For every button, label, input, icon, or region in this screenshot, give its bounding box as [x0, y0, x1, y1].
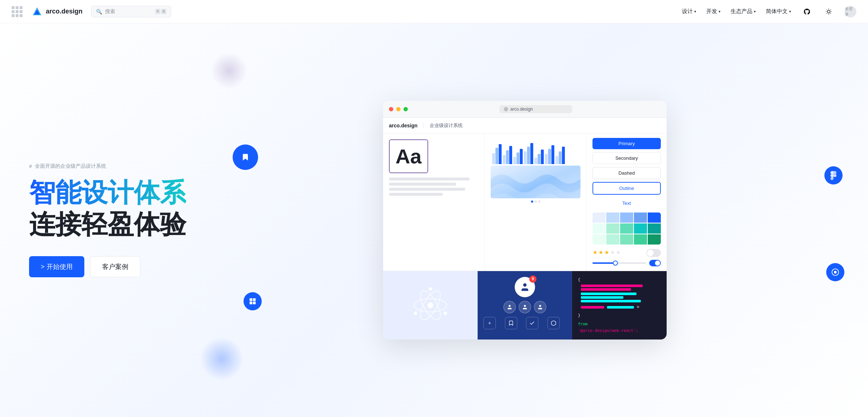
svg-rect-10 [253, 298, 256, 301]
color-cell [648, 234, 661, 245]
code-block: { » [578, 277, 661, 334]
cases-button[interactable]: 客户案例 [90, 256, 140, 277]
small-avatar [519, 301, 531, 313]
bar [495, 148, 498, 164]
bar [562, 147, 565, 164]
chevron-down-icon: ▾ [754, 9, 756, 13]
nav-right: 设计 ▾ 开发 ▾ 生态产品 ▾ 简体中文 ▾ [682, 6, 856, 17]
user-avatar[interactable]: 未登录 [845, 6, 856, 17]
demo-card: arco.design arco.design 企业级设计系统 Aa [383, 101, 667, 340]
svg-point-0 [827, 10, 830, 13]
chevron-down-icon: ▾ [789, 9, 791, 13]
demo-btn-primary[interactable]: Primary [592, 138, 661, 149]
demo-btn-secondary[interactable]: Secondary [592, 152, 661, 164]
star-3[interactable]: ★ [604, 249, 609, 257]
search-box[interactable]: 🔍 搜索 ⌘ K [91, 6, 171, 17]
bar [517, 152, 519, 164]
users-panel: 9 [478, 271, 572, 340]
start-button[interactable]: > 开始使用 [29, 256, 84, 277]
check-icon [529, 320, 535, 326]
code-import-path: '@arco-design/web-react'; [578, 327, 661, 334]
skeleton-lines [389, 178, 479, 196]
svg-point-26 [524, 305, 526, 307]
mini-toggle[interactable] [649, 260, 661, 266]
user-main-icon [520, 282, 530, 292]
dot [538, 200, 541, 203]
traffic-light-red [389, 107, 393, 111]
traffic-light-green [403, 107, 408, 111]
color-cell [592, 213, 606, 223]
logo-text: arco.design [46, 8, 83, 15]
code-bars [581, 285, 658, 302]
code-import: from '@arco-design/web-react'; [578, 321, 661, 334]
bar-chart [491, 139, 580, 166]
nav-menu-ecosystem[interactable]: 生态产品 ▾ [731, 8, 756, 15]
hash-icon: # [29, 163, 32, 169]
star-2[interactable]: ★ [598, 249, 603, 257]
skeleton-line [389, 188, 465, 191]
github-icon-button[interactable] [801, 6, 813, 17]
code-arrows: » [581, 304, 658, 311]
logo-icon [31, 6, 43, 17]
bar [530, 143, 533, 164]
glow-decoration-2 [200, 337, 244, 381]
bar-group [534, 150, 544, 164]
bar-group [555, 147, 565, 164]
bar [551, 145, 554, 164]
bar [527, 147, 530, 164]
search-placeholder: 搜索 [105, 8, 152, 15]
demo-titlebar: arco.design [383, 101, 667, 118]
nav-menu-design[interactable]: 设计 ▾ [682, 8, 696, 15]
svg-rect-12 [253, 302, 256, 305]
nav-menu-lang[interactable]: 简体中文 ▾ [766, 8, 791, 15]
bar [509, 146, 512, 164]
slider-track [592, 262, 646, 264]
code-bar-teal [581, 296, 623, 299]
kbd-cmd: ⌘ [155, 9, 161, 14]
search-icon: 🔍 [96, 9, 102, 15]
glow-decoration [211, 52, 247, 89]
theme-toggle-button[interactable] [823, 6, 835, 17]
svg-line-3 [827, 9, 827, 10]
demo-col-mid [485, 134, 587, 271]
skeleton-line [389, 193, 443, 196]
bar [541, 150, 544, 164]
demo-col-left: Aa [383, 134, 485, 271]
code-brace-open: { [578, 277, 580, 283]
bar-group [524, 143, 533, 164]
hero-left: # 全面开源的企业级产品设计系统 智能设计体系 连接轻盈体验 > 开始使用 客户… [29, 163, 211, 277]
float-icon-3 [824, 166, 843, 184]
kbd-k: K [161, 9, 166, 14]
slider-thumb[interactable] [613, 261, 618, 266]
star-4[interactable]: ★ [610, 249, 615, 257]
figma-icon [828, 170, 839, 180]
notification-badge: 9 [529, 275, 537, 283]
logo[interactable]: arco.design [31, 6, 83, 17]
icon-cell [547, 317, 560, 329]
code-line: { [578, 277, 661, 283]
code-bar-pink [581, 285, 643, 287]
demo-btn-outline[interactable]: Outline [592, 182, 661, 195]
atom-svg [410, 285, 450, 325]
hero-title-line2: 连接轻盈体验 [29, 210, 211, 239]
button-panel: Primary Secondary Dashed Outline Text [592, 138, 661, 209]
star-5[interactable]: ★ [616, 249, 621, 257]
code-bar-pink [581, 288, 631, 291]
hero-title-line1: 智能设计体系 [29, 178, 211, 207]
demo-nav-divider [423, 123, 424, 128]
star-1[interactable]: ★ [592, 249, 598, 257]
grid-menu-icon[interactable] [12, 6, 23, 17]
bar [559, 151, 562, 164]
code-bar-teal [581, 300, 641, 302]
hero-buttons: > 开始使用 客户案例 [29, 256, 211, 277]
demo-btn-dashed[interactable]: Dashed [592, 167, 661, 179]
user-icon [507, 304, 513, 310]
svg-point-23 [414, 311, 417, 315]
demo-btn-text[interactable]: Text [592, 198, 661, 209]
color-cell [606, 213, 619, 223]
demo-brand-subtitle: 企业级设计系统 [430, 122, 463, 129]
bookmark-icon [241, 153, 250, 162]
toggle-off[interactable] [646, 249, 661, 257]
nav-menu-dev[interactable]: 开发 ▾ [706, 8, 720, 15]
demo-content: Aa [383, 134, 667, 271]
